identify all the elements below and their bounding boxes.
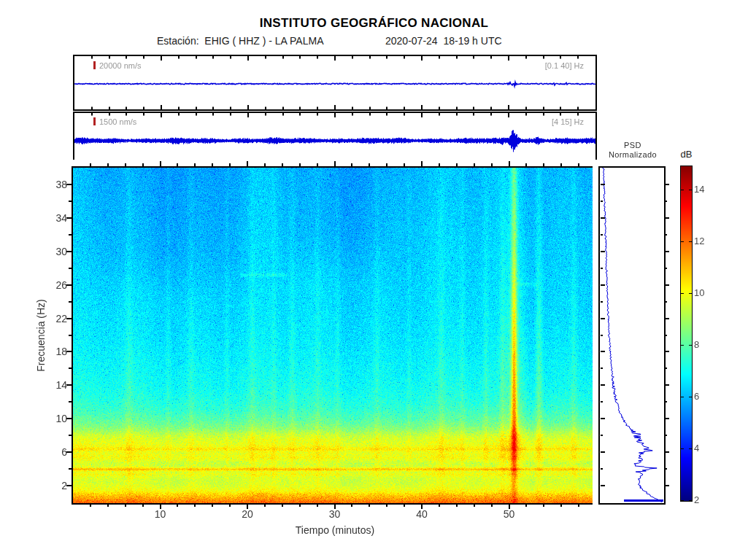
- psd-title-line1: PSD: [593, 141, 673, 150]
- frequency-tick-label: 2: [44, 480, 67, 491]
- frequency-tick-label: 34: [44, 212, 67, 224]
- station-label: Estación: EHIG ( HHZ ) - LA PALMA: [157, 35, 323, 47]
- frequency-tick-label: 6: [44, 446, 67, 458]
- spectrogram-canvas: [66, 160, 606, 510]
- colorbar-unit-label: dB: [675, 149, 698, 160]
- colorbar-tick-label: 10: [694, 287, 704, 298]
- colorbar-tick-label: 2: [694, 494, 699, 505]
- colorbar-tick-label: 6: [694, 391, 699, 402]
- ign-seismogram-page: INSTITUTO GEOGRÁFICO NACIONAL Estación: …: [0, 0, 748, 560]
- colorbar-canvas: [675, 160, 719, 508]
- page-title: INSTITUTO GEOGRÁFICO NACIONAL: [0, 16, 748, 31]
- filter-band-label: [0.1 40] Hz: [467, 61, 584, 70]
- colorbar-tick-label: 8: [694, 339, 699, 350]
- time-tick-label: 50: [496, 508, 523, 520]
- time-tick-label: 40: [409, 508, 435, 520]
- frequency-tick-label: 38: [44, 179, 67, 190]
- amplitude-scale-marker: [93, 61, 96, 69]
- colorbar-tick-label: 14: [694, 184, 704, 195]
- colorbar-tick-label: 4: [694, 443, 699, 454]
- psd-title-line2: Normalizado: [593, 150, 673, 160]
- amplitude-scale-marker: [93, 117, 96, 125]
- time-tick-label: 10: [147, 508, 174, 520]
- time-tick-label: 30: [322, 508, 348, 520]
- psd-curve-canvas: [593, 160, 673, 510]
- filter-band-label: [4 15] Hz: [467, 117, 584, 126]
- time-tick-label: 20: [234, 508, 261, 520]
- amplitude-scale-label: 20000 nm/s: [99, 61, 141, 70]
- frequency-axis-title: Frecuencia (Hz): [35, 255, 48, 416]
- time-axis-title: Tiempo (minutos): [73, 524, 597, 536]
- datetime-label: 2020-07-24 18-19 h UTC: [385, 35, 502, 47]
- colorbar-tick-label: 12: [694, 236, 704, 246]
- amplitude-scale-label: 1500 nm/s: [99, 117, 136, 126]
- psd-panel-title: PSD Normalizado: [593, 141, 673, 160]
